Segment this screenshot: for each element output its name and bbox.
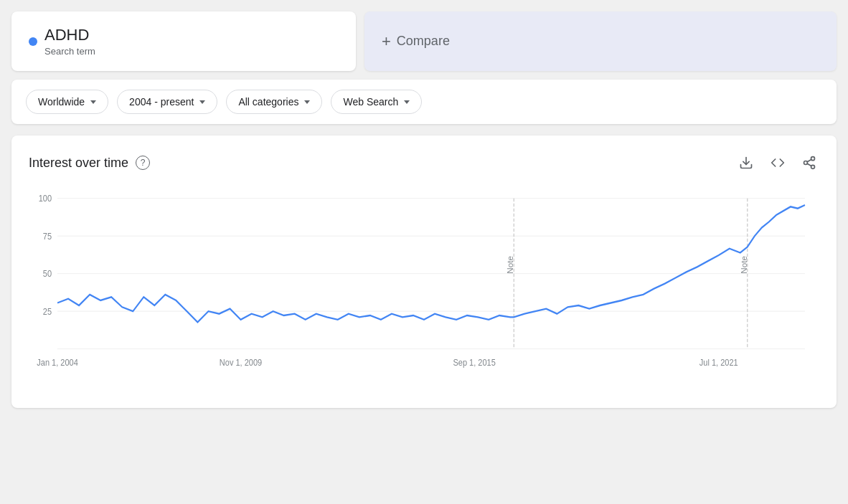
svg-text:Nov 1, 2009: Nov 1, 2009 xyxy=(220,357,263,368)
search-type: Search term xyxy=(44,46,95,57)
chart-card: Interest over time ? xyxy=(11,135,837,408)
compare-label: Compare xyxy=(397,34,450,49)
trend-line xyxy=(57,205,805,322)
search-info: ADHD Search term xyxy=(44,26,95,57)
compare-card[interactable]: + Compare xyxy=(364,11,837,71)
svg-text:Sep 1, 2015: Sep 1, 2015 xyxy=(453,357,496,368)
search-term: ADHD xyxy=(44,26,95,44)
svg-text:100: 100 xyxy=(39,194,52,204)
time-label: 2004 - present xyxy=(129,96,194,108)
region-label: Worldwide xyxy=(38,96,85,108)
region-chevron-icon xyxy=(90,100,96,104)
chart-header: Interest over time ? xyxy=(29,153,819,173)
region-filter[interactable]: Worldwide xyxy=(26,90,108,114)
time-filter[interactable]: 2004 - present xyxy=(117,90,217,114)
compare-plus-icon: + xyxy=(382,32,391,51)
category-label: All categories xyxy=(238,96,298,108)
svg-line-4 xyxy=(807,163,811,166)
search-type-chevron-icon xyxy=(404,100,410,104)
category-chevron-icon xyxy=(304,100,310,104)
share-button[interactable] xyxy=(799,153,819,173)
svg-text:75: 75 xyxy=(43,231,52,242)
chart-title: Interest over time xyxy=(29,156,128,171)
svg-line-5 xyxy=(807,159,811,161)
chart-area: 100 75 50 25 Note Note Jan 1, 2004 Nov 1… xyxy=(29,190,819,391)
help-icon[interactable]: ? xyxy=(136,156,150,170)
filters-row: Worldwide 2004 - present All categories … xyxy=(11,80,837,124)
chart-svg: 100 75 50 25 Note Note Jan 1, 2004 Nov 1… xyxy=(29,190,819,391)
svg-text:Jan 1, 2004: Jan 1, 2004 xyxy=(37,357,78,368)
download-button[interactable] xyxy=(736,153,756,173)
time-chevron-icon xyxy=(199,100,205,104)
search-dot xyxy=(29,37,37,46)
svg-text:Note: Note xyxy=(740,256,748,274)
search-type-filter[interactable]: Web Search xyxy=(331,90,422,114)
svg-text:25: 25 xyxy=(43,306,52,317)
chart-actions xyxy=(736,153,819,173)
svg-text:50: 50 xyxy=(43,269,52,280)
svg-text:Jul 1, 2021: Jul 1, 2021 xyxy=(699,357,738,368)
compare-inner: + Compare xyxy=(382,32,450,51)
search-type-filter-label: Web Search xyxy=(343,96,398,108)
svg-text:Note: Note xyxy=(507,256,514,274)
embed-button[interactable] xyxy=(768,153,788,173)
chart-title-row: Interest over time ? xyxy=(29,156,150,171)
category-filter[interactable]: All categories xyxy=(226,90,322,114)
help-label: ? xyxy=(141,158,146,168)
search-term-card: ADHD Search term xyxy=(11,11,356,71)
